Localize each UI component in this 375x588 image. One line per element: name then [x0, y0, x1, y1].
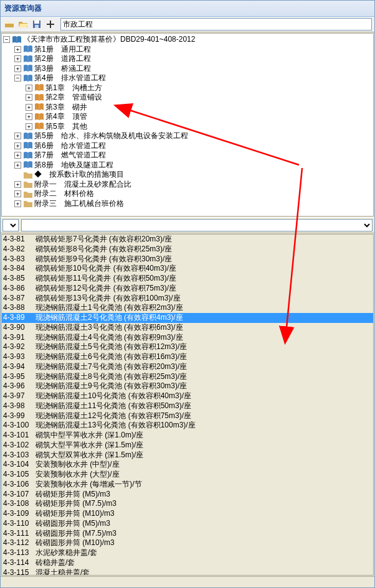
tree-view[interactable]: −《天津市市政工程预算基价》DBD29-401~408-2012+第1册 通用工… [1, 33, 374, 217]
tree-ch5[interactable]: +第5章 其他 [3, 122, 372, 132]
expander-icon[interactable]: + [14, 46, 21, 53]
list-item[interactable]: 4-3-92现浇钢筋混凝土5号化粪池 (有效容积12m3)/座 [2, 342, 373, 352]
item-code: 4-3-113 [3, 548, 36, 558]
add-icon[interactable] [44, 18, 57, 30]
expander-icon[interactable]: + [26, 113, 32, 120]
item-code: 4-3-106 [3, 480, 36, 490]
item-code: 4-3-107 [3, 490, 36, 500]
expander-icon[interactable]: + [14, 181, 21, 188]
list-item[interactable]: 4-3-98现浇钢筋混凝土11号化粪池 (有效容积50m3)/座 [2, 401, 373, 411]
book-icon [34, 113, 44, 121]
list-item[interactable]: 4-3-105安装预制收水井 (大型)/座 [2, 470, 373, 480]
item-desc: 砖砌矩形井筒 (M10)/m3 [36, 509, 115, 519]
list-item[interactable]: 4-3-94现浇钢筋混凝土7号化粪池 (有效容积20m3)/座 [2, 362, 373, 372]
results-list[interactable]: 4-3-81砌筑砖矩形7号化粪井 (有效容积20m3)/座4-3-82砌筑砖矩形… [1, 234, 374, 576]
expander-icon[interactable]: − [3, 36, 10, 43]
list-item[interactable]: 4-3-103砌筑大型双箅收水井 (深1.5m)/座 [2, 450, 373, 460]
list-item[interactable]: 4-3-84砌筑砖矩形10号化粪井 (有效容积40m3)/座 [2, 264, 373, 274]
expander-icon[interactable]: + [14, 133, 21, 139]
list-item[interactable]: 4-3-99现浇钢筋混凝土12号化粪池 (有效容积75m3)/座 [2, 411, 373, 421]
list-item[interactable]: 4-3-89现浇钢筋混凝土2号化粪池 (有效容积4m3)/座 [2, 313, 373, 323]
tree-ch3[interactable]: +第3章 砌井 [3, 103, 372, 113]
item-code: 4-3-90 [3, 323, 36, 333]
list-item[interactable]: 4-3-85砌筑砖矩形11号化粪井 (有效容积50m3)/座 [2, 274, 373, 284]
list-item[interactable]: 4-3-113水泥砂浆稳井盖/套 [2, 548, 373, 558]
book-icon [34, 83, 44, 92]
expander-icon[interactable]: + [14, 55, 21, 62]
expander-icon[interactable]: + [14, 142, 21, 149]
tree-vol5[interactable]: +第5册 给水、排水构筑物及机电设备安装工程 [3, 131, 372, 141]
tree-ch1[interactable]: +第1章 沟槽土方 [3, 83, 372, 93]
book-icon [23, 132, 33, 141]
list-item[interactable]: 4-3-106安装预制收水井 (每增减一节)/节 [2, 480, 373, 490]
list-item[interactable]: 4-3-83砌筑砖矩形9号化粪井 (有效容积30m3)/座 [2, 254, 373, 264]
expander-icon[interactable]: + [26, 94, 32, 101]
save-icon[interactable] [31, 18, 43, 30]
list-item[interactable]: 4-3-110砖砌圆形井筒 (M5)/m3 [2, 519, 373, 529]
filter-dropdown-2[interactable] [21, 219, 373, 231]
item-code: 4-3-87 [3, 294, 36, 304]
list-item[interactable]: 4-3-112砖砌圆形井筒 (M10)/m3 [2, 538, 373, 548]
tree-vol8[interactable]: +第8册 地铁及隧道工程 [3, 161, 372, 170]
tree-vol4[interactable]: −第4册 排水管道工程 [3, 73, 372, 83]
tree-ch2[interactable]: +第2章 管道铺设 [3, 93, 372, 103]
item-code: 4-3-110 [3, 519, 36, 529]
expander-icon[interactable]: + [14, 152, 21, 159]
list-item[interactable]: 4-3-90现浇钢筋混凝土3号化粪池 (有效容积6m3)/座 [2, 323, 373, 333]
list-item[interactable]: 4-3-101砌筑中型平箅收水井 (深1.0m)/座 [2, 431, 373, 441]
tree-vol1[interactable]: +第1册 通用工程 [3, 45, 372, 55]
expander-icon[interactable]: + [14, 65, 21, 72]
expander-icon[interactable]: + [26, 85, 32, 91]
item-code: 4-3-88 [3, 303, 36, 313]
folder-icon [23, 190, 33, 198]
list-item[interactable]: 4-3-107砖砌矩形井筒 (M5)/m3 [2, 490, 373, 500]
list-item[interactable]: 4-3-81砌筑砖矩形7号化粪井 (有效容积20m3)/座 [2, 235, 373, 245]
expander-icon[interactable]: − [14, 75, 21, 82]
tree-vol2[interactable]: +第2册 道路工程 [3, 54, 372, 64]
tree-app3[interactable]: +附录三 施工机械台班价格 [3, 199, 372, 209]
expander-icon[interactable]: + [14, 190, 21, 197]
list-item[interactable]: 4-3-102砌筑大型平箅收水井 (深1.5m)/座 [2, 441, 373, 450]
expander-icon[interactable]: + [26, 104, 32, 111]
tree-ch4[interactable]: +第4章 顶管 [3, 112, 372, 122]
tree-vol3[interactable]: +第3册 桥涵工程 [3, 64, 372, 74]
list-item[interactable]: 4-3-88现浇钢筋混凝土1号化粪池 (有效容积2m3)/座 [2, 303, 373, 313]
expander-icon[interactable]: + [14, 162, 21, 169]
list-item[interactable]: 4-3-87砌筑砖矩形13号化粪井 (有效容积100m3)/座 [2, 294, 373, 304]
item-code: 4-3-109 [3, 509, 36, 519]
folder-open-icon[interactable] [17, 18, 29, 30]
list-item[interactable]: 4-3-104安装预制收水井 (中型)/座 [2, 460, 373, 470]
expander-icon[interactable]: + [26, 123, 32, 130]
item-code: 4-3-98 [3, 401, 36, 411]
tree-misc[interactable]: ◆ 按系数计取的措施项目 [3, 170, 372, 180]
list-item[interactable]: 4-3-82砌筑砖矩形8号化粪井 (有效容积25m3)/座 [2, 245, 373, 254]
filter-dropdown-1[interactable] [2, 219, 19, 231]
tree-app1[interactable]: +附录一 混凝土及砂浆配合比 [3, 180, 372, 190]
list-item[interactable]: 4-3-91现浇钢筋混凝土4号化粪池 (有效容积9m3)/座 [2, 333, 373, 343]
folder-new-icon[interactable] [3, 18, 16, 30]
list-item[interactable]: 4-3-100现浇钢筋混凝土13号化粪池 (有效容积100m3)/座 [2, 421, 373, 431]
item-code: 4-3-86 [3, 284, 36, 294]
list-item[interactable]: 4-3-114砖稳井盖/套 [2, 558, 373, 568]
search-input[interactable] [60, 18, 372, 30]
expander-icon[interactable]: + [14, 200, 21, 207]
list-item[interactable]: 4-3-111砖砌圆形井筒 (M7.5)/m3 [2, 529, 373, 539]
list-item[interactable]: 4-3-93现浇钢筋混凝土6号化粪池 (有效容积16m3)/座 [2, 352, 373, 362]
book-icon [23, 141, 33, 150]
list-item[interactable]: 4-3-97现浇钢筋混凝土10号化粪池 (有效容积40m3)/座 [2, 391, 373, 401]
tree-vol6[interactable]: +第6册 给水管道工程 [3, 141, 372, 151]
list-item[interactable]: 4-3-95现浇钢筋混凝土8号化粪池 (有效容积25m3)/座 [2, 372, 373, 382]
tree-vol7[interactable]: +第7册 燃气管道工程 [3, 151, 372, 161]
list-item[interactable]: 4-3-115混凝土稳井盖/套 [2, 568, 373, 576]
item-desc: 现浇钢筋混凝土5号化粪池 (有效容积12m3)/座 [36, 342, 187, 352]
item-code: 4-3-94 [3, 362, 36, 372]
folder-icon [23, 180, 33, 189]
list-item[interactable]: 4-3-108砖砌矩形井筒 (M7.5)/m3 [2, 499, 373, 509]
tree-app2[interactable]: +附录二 材料价格 [3, 189, 372, 199]
tree-root[interactable]: −《天津市市政工程预算基价》DBD29-401~408-2012 [3, 35, 372, 45]
list-item[interactable]: 4-3-109砖砌矩形井筒 (M10)/m3 [2, 509, 373, 519]
item-desc: 现浇钢筋混凝土13号化粪池 (有效容积100m3)/座 [36, 421, 196, 431]
list-item[interactable]: 4-3-86砌筑砖矩形12号化粪井 (有效容积75m3)/座 [2, 284, 373, 294]
list-item[interactable]: 4-3-96现浇钢筋混凝土9号化粪池 (有效容积30m3)/座 [2, 381, 373, 391]
filter-bar [1, 217, 374, 233]
